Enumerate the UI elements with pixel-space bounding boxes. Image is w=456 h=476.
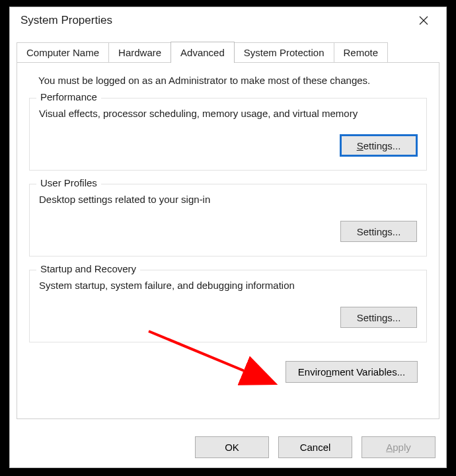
tab-hardware[interactable]: Hardware bbox=[108, 42, 171, 62]
startup-recovery-settings-button[interactable]: Settings... bbox=[340, 307, 417, 328]
startup-recovery-legend: Startup and Recovery bbox=[36, 263, 140, 274]
user-profiles-desc: Desktop settings related to your sign-in bbox=[39, 194, 417, 205]
admin-notice-text: You must be logged on as an Administrato… bbox=[38, 75, 427, 86]
performance-group: Performance Visual effects, processor sc… bbox=[29, 98, 427, 171]
tab-system-protection[interactable]: System Protection bbox=[234, 42, 334, 62]
tab-advanced[interactable]: Advanced bbox=[171, 42, 235, 63]
dialog-button-row: OK Cancel Apply bbox=[195, 436, 436, 458]
performance-legend: Performance bbox=[36, 91, 101, 102]
startup-recovery-group: Startup and Recovery System startup, sys… bbox=[29, 270, 427, 342]
tab-strip: Computer Name Hardware Advanced System P… bbox=[17, 42, 439, 62]
user-profiles-legend: User Profiles bbox=[36, 177, 101, 188]
close-button[interactable] bbox=[409, 10, 438, 31]
performance-settings-button[interactable]: Settings... bbox=[340, 135, 417, 156]
window-title: System Properties bbox=[20, 14, 409, 27]
environment-variables-button[interactable]: Environment Variables... bbox=[285, 361, 418, 383]
tab-remote[interactable]: Remote bbox=[334, 42, 389, 62]
tab-computer-name[interactable]: Computer Name bbox=[17, 42, 109, 62]
ok-button[interactable]: OK bbox=[195, 436, 269, 458]
cancel-button[interactable]: Cancel bbox=[278, 436, 352, 458]
apply-button[interactable]: Apply bbox=[361, 436, 436, 458]
user-profiles-group: User Profiles Desktop settings related t… bbox=[29, 184, 427, 257]
startup-recovery-desc: System startup, system failure, and debu… bbox=[39, 280, 417, 291]
close-icon bbox=[419, 16, 428, 25]
tab-page-advanced: You must be logged on as an Administrato… bbox=[17, 62, 439, 419]
performance-desc: Visual effects, processor scheduling, me… bbox=[39, 108, 417, 119]
user-profiles-settings-button[interactable]: Settings... bbox=[340, 221, 417, 242]
titlebar: System Properties bbox=[10, 7, 446, 34]
system-properties-dialog: System Properties Computer Name Hardware… bbox=[9, 7, 447, 468]
